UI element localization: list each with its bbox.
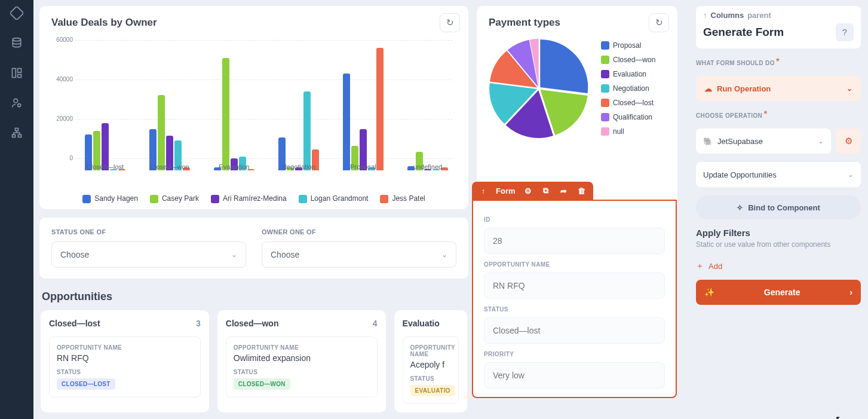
svg-rect-7 bbox=[16, 129, 19, 131]
breadcrumb-current: Columns bbox=[711, 11, 744, 20]
magic-wand-icon: ✨ bbox=[704, 288, 714, 297]
whatdo-label: WHAT FORM SHOULD DO bbox=[696, 60, 775, 66]
status-filter-value: Choose bbox=[60, 250, 89, 259]
breadcrumb[interactable]: ↑ Columns parent bbox=[703, 11, 854, 20]
status-filter-select[interactable]: Choose ⌄ bbox=[51, 241, 246, 268]
svg-point-5 bbox=[14, 99, 18, 103]
svg-rect-2 bbox=[13, 69, 16, 78]
pie-chart-title: Payment types bbox=[489, 17, 665, 29]
bar-chart-title: Value Deals by Owner bbox=[51, 17, 456, 29]
gear-icon[interactable]: ⚙ bbox=[523, 185, 533, 196]
bar-chart-card: Value Deals by Owner ↻ 0200004000060000C… bbox=[39, 6, 468, 209]
form-status-label: STATUS bbox=[484, 306, 665, 313]
status-filter-label: STATUS ONE OF bbox=[51, 228, 246, 236]
column-title: Closed—won bbox=[226, 319, 279, 328]
user-cog-icon[interactable] bbox=[8, 94, 25, 111]
kanban-column: EvaluatioOPPORTUNITY NAMEAcepoly fSTATUS… bbox=[394, 310, 467, 412]
opportunity-card[interactable]: OPPORTUNITY NAMERN RFQSTATUSCLOSED—LOST bbox=[49, 337, 201, 397]
column-title: Evaluatio bbox=[403, 319, 440, 328]
generate-label: Generate bbox=[714, 288, 849, 297]
form-priority-input[interactable] bbox=[484, 362, 665, 389]
owner-filter-value: Choose bbox=[271, 250, 299, 259]
layout-icon[interactable] bbox=[8, 65, 25, 81]
column-count: 3 bbox=[196, 319, 201, 328]
form-id-label: ID bbox=[484, 216, 665, 223]
form-name-label: OPPORTUNITY NAME bbox=[484, 261, 665, 268]
operation-settings-button[interactable]: ⚙ bbox=[836, 129, 861, 154]
kanban-column: Closed—lost3OPPORTUNITY NAMERN RFQSTATUS… bbox=[41, 310, 209, 412]
sparkle-icon: ✧ bbox=[737, 203, 743, 212]
operation-source-select[interactable]: 🐘 JetSupabase ⌄ bbox=[696, 129, 831, 154]
field-label: STATUS bbox=[234, 369, 370, 375]
opportunities-section: Opportunities Closed—lost3OPPORTUNITY NA… bbox=[39, 287, 468, 412]
bar-refresh-button[interactable]: ↻ bbox=[440, 13, 460, 32]
add-filter-label: Add bbox=[708, 262, 722, 271]
form-id-input[interactable] bbox=[484, 228, 665, 254]
form-status-input[interactable] bbox=[484, 317, 665, 344]
right-panel: ↑ Columns parent Generate Form ? WHAT FO… bbox=[689, 0, 868, 419]
svg-rect-8 bbox=[13, 134, 16, 137]
form-component[interactable]: ID OPPORTUNITY NAME STATUS PRIORITY bbox=[472, 200, 677, 398]
field-label: OPPORTUNITY NAME bbox=[410, 344, 451, 357]
field-label: OPPORTUNITY NAME bbox=[234, 344, 370, 351]
bar-chart-plot: 0200004000060000Closed—lostClosed—wonEva… bbox=[75, 36, 456, 170]
ruler-icon[interactable] bbox=[8, 5, 25, 22]
panel-title: Generate Form bbox=[703, 26, 784, 39]
share-icon[interactable]: ➦ bbox=[559, 185, 569, 196]
add-filter-button[interactable]: ＋ Add bbox=[696, 261, 861, 271]
left-rail bbox=[0, 0, 33, 419]
operation-source-value: JetSupabase bbox=[717, 137, 763, 146]
status-badge: CLOSED—WON bbox=[234, 378, 290, 390]
column-count: 4 bbox=[373, 319, 378, 328]
database-icon[interactable] bbox=[8, 35, 25, 51]
svg-rect-0 bbox=[10, 7, 23, 20]
svg-rect-4 bbox=[18, 75, 22, 78]
chevron-right-icon: › bbox=[849, 288, 852, 297]
gear-icon: ⚙ bbox=[845, 136, 852, 146]
operation-action-select[interactable]: Update Opportunities ⌄ bbox=[696, 162, 861, 187]
operation-action-value: Update Opportunities bbox=[703, 170, 777, 179]
cloud-upload-icon: ☁ bbox=[704, 84, 712, 93]
pie-chart-card: Payment types ↻ ProposalClosed—wonEvalua… bbox=[477, 6, 677, 209]
kanban-column: Closed—won4OPPORTUNITY NAMEOwlimited exp… bbox=[217, 310, 386, 412]
svg-rect-9 bbox=[19, 134, 22, 137]
form-priority-label: PRIORITY bbox=[484, 351, 665, 357]
field-label: STATUS bbox=[57, 369, 193, 375]
bar-chart-legend: Sandy HagenCasey ParkAri Ramírez-MedinaL… bbox=[51, 194, 456, 203]
generate-button[interactable]: ✨ Generate › bbox=[696, 280, 861, 305]
owner-filter-label: OWNER ONE OF bbox=[262, 228, 456, 236]
help-button[interactable]: ? bbox=[836, 23, 854, 41]
form-name-input[interactable] bbox=[484, 273, 665, 299]
column-title: Closed—lost bbox=[49, 319, 100, 328]
svg-rect-3 bbox=[18, 69, 22, 73]
chevron-down-icon: ⌄ bbox=[846, 84, 852, 93]
opportunity-name: Acepoly f bbox=[410, 360, 451, 369]
opportunity-card[interactable]: OPPORTUNITY NAMEAcepoly fSTATUSEVALUATIO bbox=[403, 337, 459, 404]
apply-filters-sub: Static or use value from other component… bbox=[696, 240, 861, 249]
trash-icon[interactable]: 🗑 bbox=[576, 185, 587, 196]
svg-point-1 bbox=[13, 38, 20, 41]
form-selection-toolbar: ↑ Form ⚙ ⧉ ➦ 🗑 bbox=[472, 182, 593, 200]
owner-filter-select[interactable]: Choose ⌄ bbox=[262, 241, 456, 268]
sitemap-icon[interactable] bbox=[8, 124, 25, 141]
breadcrumb-parent: parent bbox=[747, 11, 771, 20]
status-badge: CLOSED—LOST bbox=[57, 378, 115, 390]
svg-point-6 bbox=[18, 104, 21, 107]
bind-to-component-button[interactable]: ✧ Bind to Component bbox=[696, 195, 861, 219]
opportunity-name: RN RFQ bbox=[57, 353, 193, 363]
chevron-down-icon: ⌄ bbox=[441, 250, 447, 259]
required-mark: * bbox=[763, 109, 767, 120]
arrow-up-icon[interactable]: ↑ bbox=[478, 185, 489, 196]
opportunities-heading: Opportunities bbox=[42, 290, 467, 303]
arrow-up-icon: ↑ bbox=[703, 11, 707, 20]
chevron-down-icon: ⌄ bbox=[231, 250, 237, 259]
copy-icon[interactable]: ⧉ bbox=[541, 185, 551, 196]
run-operation-select[interactable]: ☁Run Operation ⌄ bbox=[696, 76, 861, 101]
chevron-down-icon: ⌄ bbox=[848, 170, 854, 179]
status-badge: EVALUATIO bbox=[410, 385, 455, 396]
opportunity-card[interactable]: OPPORTUNITY NAMEOwlimited expansionSTATU… bbox=[226, 337, 378, 397]
opportunity-name: Owlimited expansion bbox=[234, 353, 370, 363]
pie-chart bbox=[489, 38, 589, 139]
pie-refresh-button[interactable]: ↻ bbox=[649, 13, 669, 32]
breadcrumb-card: ↑ Columns parent Generate Form ? bbox=[696, 6, 861, 48]
